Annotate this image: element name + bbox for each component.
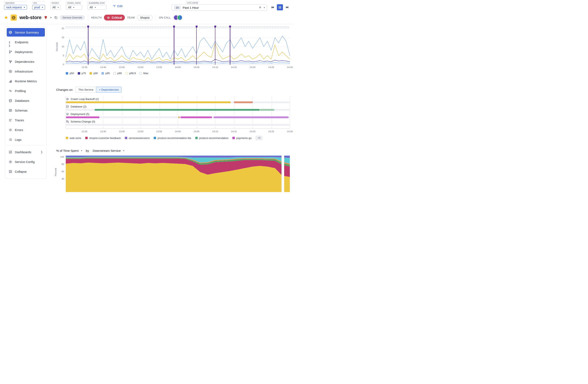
health-status-text: Critical [112, 16, 122, 19]
legend-item-serviceextensions[interactable]: serviceextensions [125, 136, 149, 140]
sidebar-item-label: Logs [15, 138, 21, 141]
filter-label: version [50, 1, 61, 4]
time-range-shortcut[interactable]: 1h [174, 6, 181, 10]
service-switcher-chevron-icon[interactable]: ▾ [50, 16, 52, 19]
sidebar-item-collapse[interactable]: Collapse [7, 167, 45, 176]
change-segment[interactable] [66, 116, 100, 118]
edit-filters-button[interactable]: Edit [112, 4, 124, 8]
filter-value: All [52, 6, 56, 9]
change-segment[interactable] [234, 101, 253, 103]
filter-select[interactable]: prod▾ [32, 5, 45, 10]
change-segment[interactable] [180, 116, 212, 118]
sidebar-item-databases[interactable]: Databases [7, 96, 45, 105]
toggle-dependencies[interactable]: + Dependencies [96, 87, 122, 93]
chevron-down-icon[interactable]: ▾ [264, 6, 265, 9]
change-row-track[interactable] [66, 109, 290, 111]
deployment-marker-line[interactable] [230, 26, 230, 65]
sidebar-item-label: Schemas [15, 109, 28, 112]
filter-select[interactable]: rack.request▾ [4, 5, 27, 10]
fast-forward-button[interactable] [284, 4, 290, 10]
filter-label: env [32, 1, 45, 4]
deployment-marker-line[interactable] [196, 26, 197, 65]
filter-select[interactable]: All▾ [87, 5, 106, 10]
sidebar-item-dependencies[interactable]: Dependencies [7, 57, 45, 66]
x-tick-label: 13:35 [82, 130, 87, 133]
filter-select[interactable]: All▾ [50, 5, 61, 10]
metric-dropdown[interactable]: % of Time Spent ▾ [56, 149, 82, 152]
sidebar-item-schemas[interactable]: Schemas [7, 106, 45, 114]
deployment-marker-line[interactable] [88, 26, 88, 65]
target-icon [9, 70, 12, 73]
filter-env[interactable]: envprod▾ [32, 1, 45, 10]
deployment-marker-handle[interactable] [196, 26, 197, 27]
service-header: ★ web-store ▾ Service Override HEALTH Cr… [0, 11, 294, 24]
sidebar-item-runtime-metrics[interactable]: Runtime Metrics [7, 77, 45, 85]
legend-item-product-recommendation[interactable]: product-recommendation [195, 136, 229, 140]
change-segment[interactable] [95, 109, 260, 111]
sidebar-item-traces[interactable]: Traces [7, 116, 45, 124]
legend-item-p50[interactable]: p50 [66, 72, 74, 75]
sidebar-item-logs[interactable]: Logs [7, 135, 45, 144]
avatar[interactable] [177, 15, 183, 20]
legend-label: p99 [117, 72, 122, 75]
deployment-marker-handle[interactable] [173, 26, 175, 27]
y-tick-label: 60 [53, 170, 64, 173]
change-segment[interactable] [260, 109, 274, 111]
globe-icon [12, 16, 16, 20]
legend-item-p75[interactable]: p75 [78, 72, 86, 75]
time-range-selector[interactable]: 1h Past 1 Hour ▾ [172, 4, 267, 11]
sidebar-item-endpoints[interactable]: { }Endpoints [7, 38, 45, 46]
deployment-marker-handle[interactable] [229, 26, 231, 27]
copy-icon[interactable] [54, 16, 58, 19]
chevron-down-icon: ▾ [24, 6, 25, 9]
legend-item-p99.9[interactable]: p99.9 [126, 72, 136, 75]
legend-item-web-store[interactable]: web-store [66, 136, 81, 140]
latency-plot[interactable] [66, 29, 290, 65]
filter-cluster_name[interactable]: cluster_nameAll▾ [66, 1, 82, 10]
deployment-marker-handle[interactable] [87, 26, 89, 27]
sidebar-item-infrastructure[interactable]: Infrastructure [7, 67, 45, 76]
bucket-gap [281, 156, 284, 192]
legend-label: shopist-customer-feedback [89, 136, 121, 140]
sidebar-item-errors[interactable]: Errors [7, 126, 45, 134]
change-segment[interactable] [66, 101, 231, 103]
sidebar-item-service-summary[interactable]: Service Summary [7, 28, 45, 37]
change-row-track[interactable] [66, 124, 290, 126]
sidebar-item-service-config[interactable]: Service Config [7, 158, 45, 166]
team-badge[interactable]: Shopist [137, 15, 153, 20]
favorite-star-icon[interactable]: ★ [4, 15, 8, 20]
filter-availability-zone[interactable]: availability-zoneAll▾ [87, 1, 106, 10]
group-by-dropdown[interactable]: Downstream Service ▾ [93, 149, 124, 152]
legend-more-badge[interactable]: +4 [256, 136, 262, 140]
legend-item-Max[interactable]: Max [139, 72, 148, 75]
change-segment[interactable] [213, 116, 289, 118]
sidebar-item-dashboards[interactable]: Dashboards❯ [7, 148, 45, 156]
timespent-chart[interactable] [66, 156, 290, 192]
change-row-track[interactable] [66, 116, 290, 118]
pin-icon[interactable] [259, 6, 262, 9]
health-status-badge[interactable]: Critical [104, 15, 125, 21]
sidebar-item-deployments[interactable]: Deployments [7, 47, 45, 56]
legend-item-payments-go[interactable]: payments-go [232, 136, 252, 140]
deployment-marker-line[interactable] [215, 26, 215, 65]
legend-item-shopist-customer-feedback[interactable]: shopist-customer-feedback [85, 136, 121, 140]
changes-plot[interactable]: Crash Loop Backoff (2)Database (2)Deploy… [66, 96, 290, 129]
legend-item-p90[interactable]: p90 [89, 72, 98, 75]
legend-item-p95[interactable]: p95 [102, 72, 110, 75]
legend-item-product-recommendation-lite[interactable]: product-recommendation-lite [154, 136, 191, 140]
sidebar-item-profiling[interactable]: Profiling [7, 87, 45, 95]
filter-version[interactable]: versionAll▾ [50, 1, 61, 10]
pause-button[interactable] [277, 4, 283, 10]
service-override-badge: Service Override [60, 15, 85, 20]
change-segment[interactable] [178, 116, 180, 118]
rewind-button[interactable] [270, 4, 276, 10]
change-row-track[interactable] [66, 101, 290, 103]
deployment-marker-handle[interactable] [214, 26, 216, 27]
dotted-gridline [290, 96, 290, 128]
deployment-marker-line[interactable] [174, 26, 174, 65]
filter-select[interactable]: All▾ [66, 5, 82, 10]
legend-item-p99[interactable]: p99 [113, 72, 122, 75]
legend-label: web-store [70, 136, 81, 140]
filter-operation[interactable]: operationrack.request▾ [4, 1, 27, 10]
toggle-this-service[interactable]: This Service [76, 87, 96, 93]
